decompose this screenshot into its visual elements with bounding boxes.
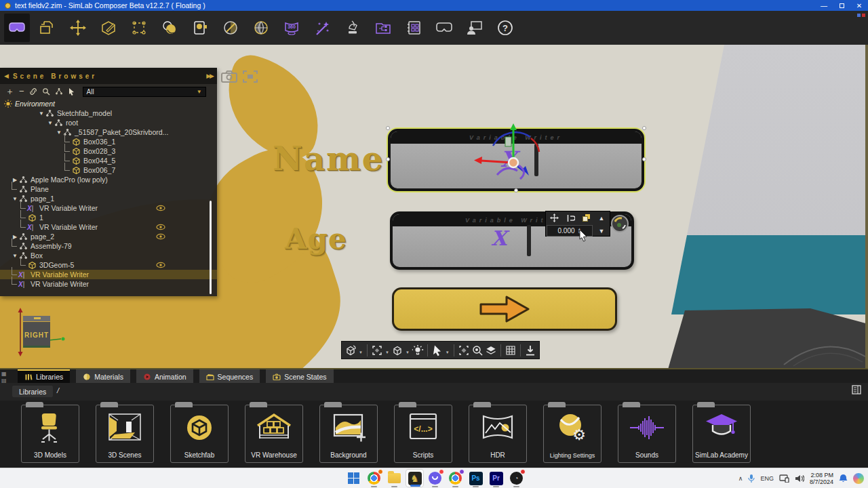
expanded-arrow-icon[interactable]: ▼ — [56, 129, 62, 136]
light-icon[interactable] — [412, 344, 424, 357]
expanded-arrow-icon[interactable]: ▼ — [38, 110, 45, 117]
grid-icon[interactable] — [505, 344, 517, 357]
library-card-scripts[interactable]: </...>Scripts — [394, 405, 452, 463]
widgets-weather-icon[interactable] — [853, 473, 864, 484]
library-card-lighting-settings[interactable]: ⚙Lighting Settings — [543, 405, 601, 463]
library-card-sounds[interactable]: Sounds — [618, 405, 676, 463]
next-arrow-button[interactable] — [392, 287, 617, 331]
tree-item[interactable]: ▼_51587_Paket_20Skrivbord... — [0, 127, 217, 137]
minimize-button[interactable]: — — [815, 2, 833, 9]
tree-item[interactable]: X|VR Variable Writer — [0, 203, 217, 213]
tree-item[interactable]: X|VR Variable Writer — [0, 270, 217, 279]
presenter-icon[interactable] — [462, 14, 488, 42]
vr-mode-icon[interactable] — [4, 14, 30, 42]
collapse-arrow-icon[interactable]: ◀ — [4, 73, 9, 79]
tree-item[interactable]: 3DGeom-5 — [0, 260, 217, 270]
expand-arrows-icon[interactable]: ▶▶ — [206, 73, 213, 79]
library-card-simlab-academy[interactable]: SimLab Academy — [692, 405, 751, 463]
node-editor-icon[interactable] — [370, 14, 396, 42]
zoom-select-icon[interactable] — [371, 344, 383, 357]
dropdown-caret-icon[interactable]: ▼ — [406, 350, 410, 354]
orbit-cube-icon[interactable] — [344, 344, 357, 357]
tray-chevron-icon[interactable]: ∧ — [738, 475, 743, 482]
add-icon[interactable]: ＋ — [5, 88, 14, 95]
edit-geometry-icon[interactable] — [96, 14, 121, 42]
viewport-3d[interactable]: ◀ Scene Browser ▶▶ ＋ − All ▼ Environment… — [0, 45, 868, 369]
library-card-background[interactable]: Background — [319, 405, 378, 463]
selection-handle[interactable] — [642, 126, 646, 130]
move-icon[interactable] — [65, 14, 91, 42]
visibility-eye-icon[interactable] — [156, 224, 165, 230]
open-file-icon[interactable] — [35, 14, 60, 42]
training-book-icon[interactable] — [401, 14, 427, 42]
magic-wand-icon[interactable] — [309, 14, 335, 42]
chrome-profile-icon[interactable] — [446, 469, 465, 487]
panorama-360-icon[interactable]: 360 — [279, 14, 304, 42]
globe-icon[interactable] — [248, 14, 274, 42]
layers-icon[interactable] — [485, 344, 497, 357]
expand-select-icon[interactable] — [458, 344, 470, 357]
dropdown-caret-icon[interactable]: ▼ — [446, 350, 450, 354]
expanded-arrow-icon[interactable]: ▼ — [12, 253, 18, 259]
nudge-up-button[interactable]: ▲ — [593, 211, 610, 224]
language-indicator[interactable]: ENG — [760, 475, 774, 482]
visibility-eye-icon[interactable] — [156, 205, 165, 211]
discord-icon[interactable] — [426, 469, 444, 487]
magnifier-icon[interactable] — [471, 344, 484, 357]
tab-animation[interactable]: Animation — [136, 369, 193, 383]
tree-item[interactable]: X|VR Variable Writer — [0, 279, 217, 289]
close-button[interactable]: ✕ — [850, 2, 868, 9]
microphone-icon[interactable] — [748, 474, 755, 483]
library-card-3d-scenes[interactable]: 3D Scenes — [96, 405, 154, 463]
tree-item[interactable]: Box044_5 — [0, 156, 217, 165]
capture-region-icon[interactable] — [241, 69, 259, 84]
tab-materials[interactable]: Materials — [76, 369, 130, 383]
breadcrumb[interactable]: Libraries — [12, 386, 53, 397]
clock[interactable]: 2:08 PM 8/7/2024 — [810, 472, 833, 485]
link-icon[interactable] — [29, 87, 37, 96]
tab-sequences[interactable]: Sequences — [199, 369, 260, 383]
panel-dock-icons[interactable]: ▦▤ — [1, 371, 7, 384]
tree-item[interactable]: ▼page_1 — [0, 194, 217, 203]
library-card-sketchfab[interactable]: Sketchfab — [170, 405, 229, 463]
nudge-down-button[interactable]: ▼ — [593, 224, 610, 237]
tree-item[interactable]: ▼Box — [0, 251, 217, 260]
cast-icon[interactable] — [779, 474, 789, 483]
notification-bell-icon[interactable] — [839, 474, 848, 483]
maximize-button[interactable] — [833, 2, 850, 9]
tree-item[interactable]: ▼root — [0, 118, 217, 127]
tree-item[interactable]: X|VR Variable Writer — [0, 222, 217, 232]
dark-app-icon[interactable]: ◔ — [507, 469, 526, 487]
selection-handle[interactable] — [386, 157, 390, 161]
tree-item[interactable]: Plane — [0, 184, 217, 194]
explorer-icon[interactable] — [385, 469, 403, 487]
import-icon[interactable] — [524, 344, 536, 357]
dropdown-caret-icon[interactable]: ▼ — [385, 350, 389, 354]
lamp-icon[interactable] — [340, 14, 366, 42]
speaker-icon[interactable] — [795, 474, 804, 483]
copy-tool-icon[interactable] — [578, 211, 593, 224]
tree-item[interactable]: Box028_3 — [0, 146, 217, 156]
tab-libraries[interactable]: Libraries — [18, 369, 70, 383]
tree-item[interactable]: 1 — [0, 213, 217, 222]
library-card-3d-models[interactable]: 3D Models — [21, 405, 79, 463]
hierarchy-icon[interactable] — [55, 87, 63, 96]
rotate-knob[interactable] — [610, 214, 629, 233]
premiere-icon[interactable]: Pr — [487, 469, 505, 487]
tree-item[interactable]: Assembly-79 — [0, 241, 217, 251]
tree-item[interactable]: Environment — [0, 99, 217, 108]
search-icon[interactable] — [42, 87, 50, 96]
tree-item[interactable]: Box036_1 — [0, 137, 217, 146]
photoshop-icon[interactable]: Ps — [467, 469, 485, 487]
tree-item[interactable]: ▶Apple MacPro (low poly) — [0, 175, 217, 184]
materials-icon[interactable] — [157, 14, 182, 42]
start-icon[interactable] — [344, 469, 363, 487]
cursor-icon[interactable] — [431, 344, 443, 357]
library-card-vr-warehouse[interactable]: VR Warehouse — [245, 405, 303, 463]
render-book-icon[interactable] — [187, 14, 213, 42]
view-cube[interactable]: RIGHT — [14, 308, 68, 362]
chrome-icon[interactable] — [365, 469, 383, 487]
select-cursor-icon[interactable] — [68, 87, 75, 96]
library-card-hdr[interactable]: HDR — [469, 405, 527, 463]
dropdown-caret-icon[interactable]: ▼ — [359, 350, 363, 354]
